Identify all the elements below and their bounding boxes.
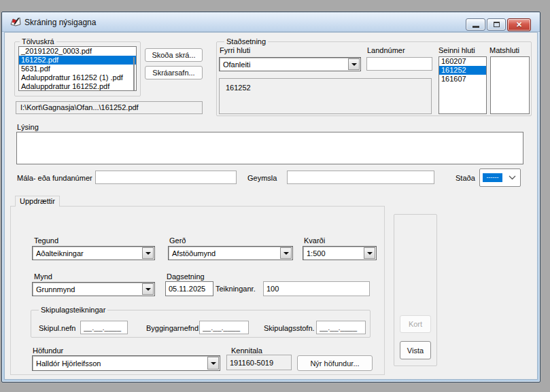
mala-fundanumer-label: Mála- eða fundanúmer	[17, 174, 92, 182]
kvardi-combobox[interactable]: 1:500	[303, 246, 377, 260]
mynd-label: Mynd	[34, 272, 52, 281]
file-listbox[interactable]: _20191202_0003.pdf161252.pdf5631.pdfAdal…	[18, 46, 137, 91]
gerd-combobox[interactable]: Afstöðumynd	[168, 246, 293, 260]
stada-label: Staða	[456, 174, 475, 182]
new-author-button[interactable]: Nýr höfundur...	[297, 355, 373, 371]
landnumer-input[interactable]	[366, 57, 432, 71]
list-item[interactable]: 161252.pdf	[19, 56, 136, 65]
dropdown-arrow-icon[interactable]	[364, 247, 375, 259]
skipul-nefn-label: Skipul.nefn	[39, 324, 75, 332]
byggingarnefnd-date-input[interactable]	[199, 321, 249, 334]
seinni-hluti-label: Seinni hluti	[439, 46, 475, 54]
list-item[interactable]: Adaluppdrattur 161252.pdf	[19, 82, 136, 91]
seinni-hluti-listbox[interactable]: 160207161252161607	[439, 56, 487, 114]
list-item[interactable]: Adaluppdrattur 161252 (1) .pdf	[19, 73, 136, 82]
list-item[interactable]: _20191202_0003.pdf	[19, 47, 136, 56]
skipulagsteikningar-group-label: Skipulagsteikningar	[39, 306, 107, 314]
minimize-button[interactable]	[466, 18, 485, 31]
file-list-scrollbar[interactable]	[133, 57, 135, 91]
matshluti-listbox[interactable]	[490, 56, 530, 114]
titlebar[interactable]: Skráning nýsigagna	[2, 12, 540, 32]
skipulagsstofn-date-input[interactable]	[316, 321, 366, 334]
tab-uppdraettir[interactable]: Uppdrættir	[15, 196, 60, 207]
list-item[interactable]: 161607	[439, 75, 486, 84]
list-item[interactable]: 161252	[439, 66, 486, 75]
file-path-box: I:\Kort\Gagnasja\Ofan...\161252.pdf	[16, 101, 203, 114]
dagsetning-input[interactable]	[165, 281, 213, 296]
maximize-button[interactable]	[487, 18, 506, 31]
mynd-value: Grunnmynd	[36, 285, 75, 293]
dropdown-arrow-icon[interactable]	[348, 58, 360, 70]
minimize-icon	[472, 26, 479, 28]
kvardi-value: 1:500	[307, 249, 326, 257]
fyrri-hluti-value: Ofanleiti	[223, 60, 250, 69]
teikninganr-input[interactable]	[263, 281, 370, 296]
gerd-label: Gerð	[169, 236, 186, 245]
file-archive-button[interactable]: Skráarsafn...	[145, 66, 203, 79]
list-item[interactable]: 160207	[439, 57, 486, 66]
dropdown-arrow-icon[interactable]	[142, 247, 154, 259]
lysing-textarea[interactable]	[16, 132, 523, 164]
fyrri-hluti-combobox[interactable]: Ofanleiti	[219, 57, 361, 71]
close-button[interactable]: ✕	[507, 18, 531, 31]
hofundur-combobox[interactable]: Halldór Hjörleifsson	[32, 355, 220, 371]
mynd-combobox[interactable]: Grunnmynd	[32, 282, 155, 296]
app-icon	[10, 16, 21, 27]
skipulagsstofn-label: Skipulagsstofn.	[264, 324, 315, 332]
lysing-label: Lýsing	[17, 123, 39, 131]
hofundur-value: Halldór Hjörleifsson	[36, 359, 101, 368]
tegund-value: Aðalteikningar	[36, 249, 84, 257]
kennitala-label: Kennitala	[231, 346, 262, 355]
desktop: Skráning nýsigagna ✕ Tölvuskrá _20191202…	[0, 0, 550, 392]
kort-button[interactable]: Kort	[400, 315, 431, 333]
tolvuskra-group-label: Tölvuskrá	[20, 37, 56, 46]
mala-fundanumer-input[interactable]	[95, 171, 237, 184]
skipul-nefn-date-input[interactable]	[80, 321, 128, 334]
geymsla-input[interactable]	[287, 171, 434, 184]
kennitala-field	[226, 355, 292, 370]
byggingarnefnd-label: Byggingarnefnd	[146, 324, 199, 332]
chevron-down-icon	[509, 175, 516, 180]
window-title: Skráning nýsigagna	[24, 18, 96, 27]
dagsetning-label: Dagsetning	[167, 272, 205, 281]
tegund-combobox[interactable]: Aðalteikningar	[32, 246, 155, 260]
view-file-button[interactable]: Skoða skrá...	[145, 48, 203, 62]
close-icon: ✕	[516, 20, 522, 29]
fyrri-hluti-label: Fyrri hluti	[220, 46, 250, 54]
geymsla-label: Geymsla	[247, 174, 277, 182]
dropdown-arrow-icon[interactable]	[207, 357, 219, 370]
hofundur-label: Höfundur	[33, 346, 63, 355]
vista-button[interactable]: Vista	[400, 341, 431, 359]
landnumer-label: Landnúmer	[367, 46, 405, 54]
stadsetning-group-label: Staðsetning	[224, 37, 268, 46]
dropdown-arrow-icon[interactable]	[280, 247, 292, 259]
dropdown-arrow-icon[interactable]	[142, 283, 154, 295]
tegund-label: Tegund	[34, 236, 58, 245]
kvardi-label: Kvarði	[304, 236, 325, 245]
gerd-value: Afstöðumynd	[172, 249, 216, 257]
matshluti-label: Matshluti	[489, 46, 519, 54]
stada-combobox[interactable]: ------	[479, 168, 521, 187]
teikninganr-label: Teikninganr.	[216, 285, 256, 293]
list-item[interactable]: 5631.pdf	[19, 65, 136, 73]
maximize-icon	[494, 22, 500, 27]
stada-selected-value: ------	[483, 173, 502, 182]
stadsetning-info-box: 161252	[219, 78, 432, 114]
